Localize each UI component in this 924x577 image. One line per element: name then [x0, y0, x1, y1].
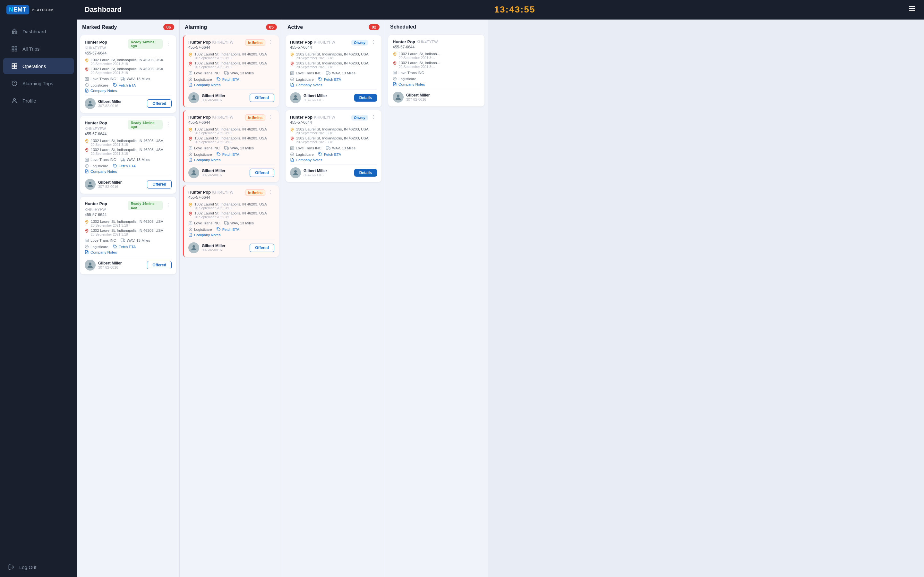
- offered-button[interactable]: Offered: [147, 180, 172, 189]
- dropoff-address-group: 1302 Laurel St, Indiana... 20 September …: [399, 61, 440, 69]
- svg-rect-101: [189, 221, 192, 225]
- offered-button[interactable]: Offered: [147, 261, 172, 269]
- company-notes-link[interactable]: Company Notes: [296, 83, 322, 87]
- driver-info: Gilbert Miller 307-82-0016: [85, 98, 121, 109]
- company-notes-link[interactable]: Company Notes: [90, 89, 117, 93]
- driver-info: Gilbert Miller 307-82-0016: [290, 167, 327, 178]
- status-badge: Onway: [351, 115, 368, 121]
- column-header: Scheduled: [385, 19, 488, 33]
- fetch-eta-link[interactable]: Fetch ETA: [222, 227, 239, 231]
- offered-button[interactable]: Offered: [250, 243, 274, 252]
- card-badge-row: Onway: [351, 39, 377, 46]
- card-header: Hunter Pop KHK4EYFW 455-57-6644 Ready 14…: [85, 201, 172, 217]
- company-name: Love Trans INC: [194, 146, 220, 150]
- vehicle-text: WAV, 13 Miles: [230, 146, 254, 150]
- card-menu-icon[interactable]: [165, 121, 172, 128]
- trip-card: Hunter Pop KHK4EYFW 455-57-6644 1302 Lau…: [388, 35, 485, 106]
- card-info-row: Love Trans INC WAV, 13 Miles: [188, 221, 274, 226]
- svg-rect-1: [15, 47, 17, 48]
- svg-rect-7: [15, 66, 17, 69]
- sidebar-item-alarming-trips[interactable]: Alarming Trips: [3, 75, 74, 91]
- sidebar-item-all-trips[interactable]: All Trips: [3, 41, 74, 57]
- company-notes-link[interactable]: Company Notes: [296, 158, 322, 162]
- dropoff-date: 20 September 2021 3:18: [296, 140, 368, 144]
- dropoff-date: 20 September 2021 3:18: [91, 152, 163, 155]
- fetch-eta-link[interactable]: Fetch ETA: [119, 245, 136, 249]
- svg-rect-38: [121, 158, 124, 161]
- fetch-eta-link[interactable]: Fetch ETA: [119, 164, 136, 168]
- offered-button[interactable]: Offered: [147, 99, 172, 108]
- company-name: Love Trans INC: [399, 71, 424, 75]
- svg-point-18: [168, 45, 168, 45]
- card-badge-row: Onway: [351, 114, 377, 121]
- trip-code: KHK4EYFW: [314, 115, 335, 119]
- svg-point-68: [190, 63, 191, 64]
- card-menu-icon[interactable]: [267, 114, 274, 121]
- phone-number: 455-57-6644: [188, 120, 234, 125]
- trip-code: KHK4EYFW: [212, 190, 234, 195]
- svg-point-11: [13, 98, 16, 101]
- offered-button[interactable]: Offered: [250, 169, 274, 177]
- svg-point-35: [86, 140, 87, 141]
- card-menu-icon[interactable]: [165, 41, 172, 47]
- patient-name: Hunter Pop: [393, 39, 415, 44]
- dropoff-address-group: 1302 Laurel St, Indianapolis, IN 46203, …: [296, 136, 368, 144]
- column-header: Alarming 05: [180, 19, 282, 33]
- svg-point-112: [373, 40, 374, 41]
- pickup-location: 1302 Laurel St, Indianapolis, IN 46203, …: [290, 52, 377, 60]
- fetch-eta-link[interactable]: Fetch ETA: [222, 153, 239, 156]
- dropoff-address-group: 1302 Laurel St, Indianapolis, IN 46203, …: [91, 148, 163, 155]
- pickup-address: 1302 Laurel St, Indianapolis, IN 46203, …: [194, 127, 267, 131]
- patient-name: Hunter Pop: [85, 121, 107, 125]
- card-menu-icon[interactable]: [370, 114, 377, 121]
- logout-button[interactable]: Log Out: [0, 557, 77, 577]
- eta-item: Fetch ETA: [216, 77, 239, 81]
- dropoff-location: 1302 Laurel St, Indianapolis, IN 46203, …: [188, 136, 274, 144]
- card-menu-icon[interactable]: [267, 39, 274, 46]
- card-header: Hunter Pop KHK4EYFW 455-57-6644 In 5mins: [188, 114, 274, 125]
- svg-rect-146: [393, 71, 397, 74]
- card-menu-icon[interactable]: [370, 39, 377, 46]
- card-menu-icon[interactable]: [165, 202, 172, 209]
- sidebar-item-profile[interactable]: Profile: [3, 93, 74, 109]
- notes-row: Company Notes: [188, 83, 274, 87]
- offered-button[interactable]: Offered: [250, 93, 274, 102]
- svg-point-63: [89, 263, 91, 265]
- pickup-pin-icon: [290, 53, 294, 57]
- dropoff-location: 1302 Laurel St, Indianapolis, IN 46203, …: [85, 229, 172, 236]
- svg-point-71: [225, 74, 226, 75]
- logout-icon: [8, 564, 15, 571]
- company-notes-link[interactable]: Company Notes: [90, 169, 117, 173]
- card-badge-row: In 5mins: [245, 39, 274, 46]
- card-menu-icon[interactable]: [267, 189, 274, 196]
- details-button[interactable]: Details: [354, 94, 377, 102]
- fetch-eta-link[interactable]: Fetch ETA: [222, 77, 239, 81]
- svg-point-140: [319, 153, 320, 154]
- trip-code: KHK4EYFW: [212, 40, 234, 45]
- pickup-address-group: 1302 Laurel St, Indianapolis, IN 46203, …: [296, 52, 368, 60]
- details-button[interactable]: Details: [354, 169, 377, 177]
- svg-rect-21: [86, 77, 89, 81]
- fetch-eta-link[interactable]: Fetch ETA: [324, 153, 341, 156]
- company-notes-link[interactable]: Company Notes: [194, 233, 220, 237]
- vehicle-info: WAV, 13 Miles: [224, 221, 254, 226]
- card-info-row: Love Trans INC WAV, 13 Miles: [85, 77, 172, 81]
- fetch-eta-link[interactable]: Fetch ETA: [324, 77, 341, 81]
- company-notes-link[interactable]: Company Notes: [194, 158, 220, 162]
- card-badge-row: Ready 14mins ago: [128, 201, 172, 210]
- company-notes-link[interactable]: Company Notes: [194, 83, 220, 87]
- status-badge: Ready 14mins ago: [128, 120, 163, 129]
- svg-point-65: [270, 42, 271, 42]
- sidebar-item-operations[interactable]: Operations: [3, 58, 74, 74]
- status-badge: Onway: [351, 40, 368, 45]
- menu-icon[interactable]: [908, 5, 916, 15]
- svg-point-99: [190, 204, 191, 205]
- card-header: Hunter Pop KHK4EYFW 455-57-6644 In 5mins: [188, 189, 274, 200]
- sidebar-item-dashboard[interactable]: Dashboard: [3, 23, 74, 39]
- company-notes-link[interactable]: Company Notes: [399, 82, 425, 86]
- svg-point-17: [168, 43, 168, 44]
- pickup-address: 1302 Laurel St, Indianapolis, IN 46203, …: [296, 52, 368, 56]
- pickup-location: 1302 Laurel St, Indiana... 20 September …: [393, 52, 480, 60]
- fetch-eta-link[interactable]: Fetch ETA: [119, 83, 136, 87]
- company-notes-link[interactable]: Company Notes: [90, 250, 117, 254]
